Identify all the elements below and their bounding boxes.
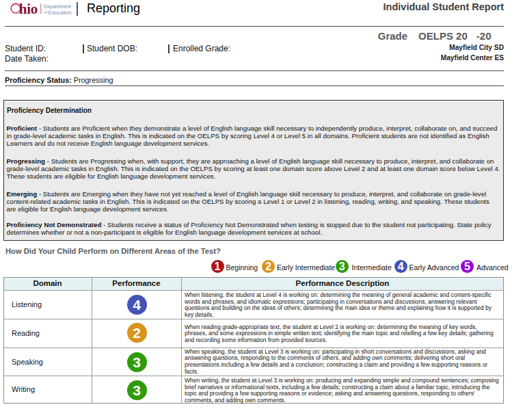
svg-text:of: of: [44, 10, 48, 14]
svg-text:hio: hio: [19, 2, 38, 17]
svg-text:Department: Department: [44, 3, 72, 10]
svg-text:Education: Education: [49, 10, 72, 16]
